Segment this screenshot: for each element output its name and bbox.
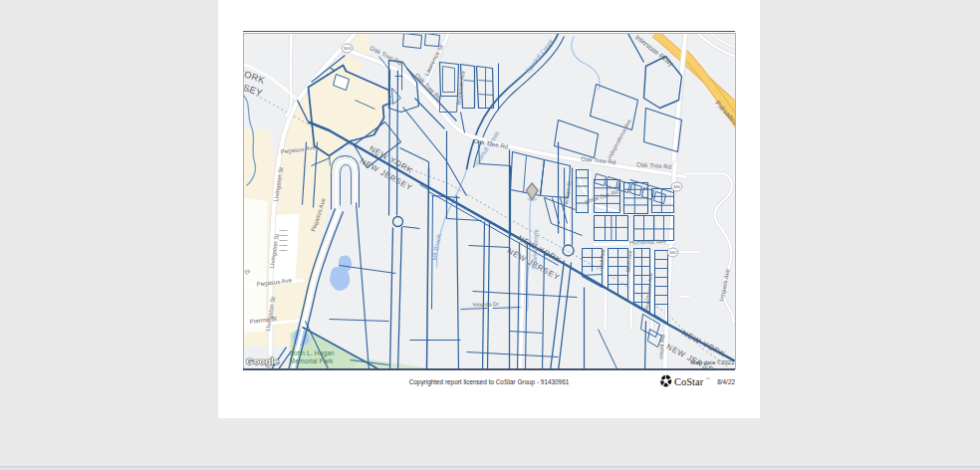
svg-text:Google: Google <box>246 355 279 366</box>
svg-text:John L. Hogan: John L. Hogan <box>290 350 334 357</box>
svg-text:303: 303 <box>344 46 352 51</box>
svg-text:Map data ©2022: Map data ©2022 <box>690 359 735 365</box>
svg-text:Yolanda Dr: Yolanda Dr <box>472 301 499 308</box>
svg-text:340: 340 <box>673 184 681 189</box>
svg-text:Memorial Park: Memorial Park <box>290 357 334 364</box>
svg-text:CoStar: CoStar <box>674 376 704 387</box>
svg-text:340: 340 <box>669 250 677 255</box>
svg-text:™: ™ <box>706 376 710 381</box>
